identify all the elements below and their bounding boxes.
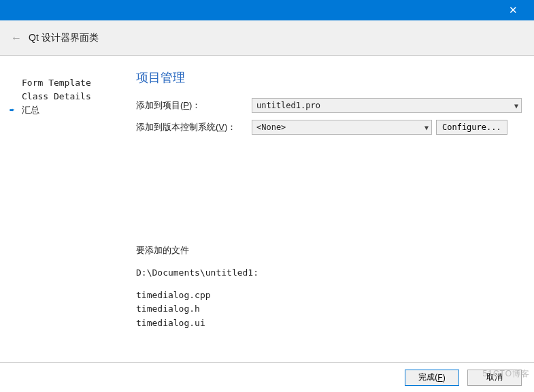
add-to-vcs-row: 添加到版本控制系统(V)： <None> ▼ Configure... (136, 120, 522, 135)
wizard-footer: 完成(F) 取消 (0, 362, 534, 392)
header-title: Qt 设计器界面类 (29, 32, 99, 44)
project-dropdown-value: untitled1.pro (256, 101, 320, 110)
sidebar-item-class-details: Class Details (23, 90, 122, 103)
configure-button[interactable]: Configure... (436, 120, 507, 135)
project-dropdown[interactable]: untitled1.pro ▼ (252, 98, 522, 113)
close-icon[interactable]: ✕ (503, 1, 523, 19)
sidebar-item-form-template: Form Template (23, 76, 122, 90)
main-panel: 项目管理 添加到项目(P)： untitled1.pro ▼ 添加到版本控制系统… (122, 56, 534, 362)
file-item: timedialog.h (136, 302, 522, 316)
vcs-dropdown[interactable]: <None> ▼ (252, 120, 432, 135)
section-title: 项目管理 (136, 69, 522, 86)
files-heading: 要添加的文件 (136, 244, 522, 258)
add-to-project-label: 添加到项目(P)： (136, 99, 252, 112)
back-arrow-icon[interactable]: ← (11, 32, 22, 44)
file-item: timedialog.ui (136, 316, 522, 331)
files-path: D:\Documents\untitled1: (136, 266, 522, 280)
vcs-dropdown-value: <None> (256, 122, 286, 132)
sidebar-item-label: 汇总 (22, 103, 39, 118)
add-to-project-row: 添加到项目(P)： untitled1.pro ▼ (136, 98, 522, 113)
add-to-vcs-label: 添加到版本控制系统(V)： (136, 121, 252, 133)
chevron-down-icon: ▼ (424, 124, 429, 131)
sidebar-item-summary: ➨ 汇总 (23, 103, 122, 117)
chevron-down-icon: ▼ (514, 102, 518, 110)
finish-button[interactable]: 完成(F) (405, 370, 459, 386)
wizard-header: ← Qt 设计器界面类 (0, 20, 534, 56)
sidebar-item-label: Class Details (22, 89, 91, 104)
files-to-add-section: 要添加的文件 D:\Documents\untitled1: timedialo… (136, 244, 522, 331)
content-area: Form Template Class Details ➨ 汇总 项目管理 添加… (0, 56, 534, 362)
file-item: timedialog.cpp (136, 289, 522, 303)
title-bar: ✕ (0, 0, 534, 20)
cancel-button[interactable]: 取消 (467, 370, 522, 386)
sidebar-item-label: Form Template (22, 76, 91, 91)
wizard-steps-sidebar: Form Template Class Details ➨ 汇总 (0, 56, 122, 362)
step-arrow-icon: ➨ (10, 103, 22, 118)
